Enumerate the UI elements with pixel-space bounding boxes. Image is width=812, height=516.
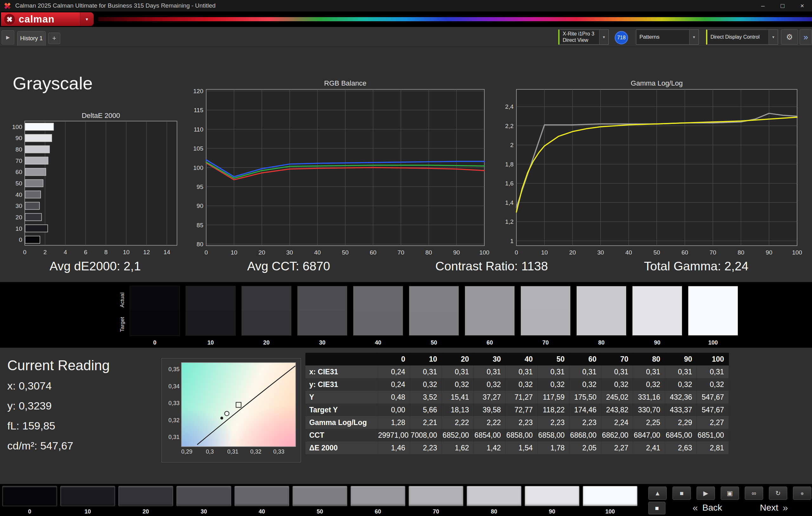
table-row-label: ΔE 2000 (306, 442, 378, 454)
pattern-button-10[interactable] (60, 486, 115, 506)
svg-text:0,32: 0,32 (250, 449, 261, 455)
target-swatch (130, 311, 179, 336)
svg-text:80: 80 (16, 146, 22, 153)
actual-swatch (409, 286, 459, 311)
grayscale-swatch-20 (242, 286, 291, 335)
pattern-button-0[interactable] (2, 486, 57, 506)
calman-logo-text: calman (19, 13, 80, 25)
pattern-button-90[interactable] (525, 486, 580, 506)
meter-select-dropdown[interactable]: X-Rite i1Pro 3 Direct View ▼ (558, 29, 609, 45)
table-cell: 3,52 (410, 391, 442, 403)
table-cell: 0,31 (697, 365, 729, 378)
table-column-header: 20 (442, 353, 474, 365)
pattern-window-button[interactable]: ▣ (721, 487, 739, 500)
next-button[interactable]: Next » (742, 501, 806, 514)
patterns-dropdown[interactable]: Patterns ▼ (636, 29, 699, 45)
rgb-balance-line-chart: RGB Balance80859095100105110115120010203… (190, 80, 495, 261)
meter-count-badge[interactable]: 718 (615, 31, 628, 44)
pattern-button-70[interactable] (409, 486, 463, 506)
pattern-button-50[interactable] (292, 486, 347, 506)
add-tab-button[interactable]: + (48, 33, 60, 44)
collapse-toolbar-button[interactable]: » (800, 29, 812, 45)
table-row-label: Gamma Log/Log (306, 416, 378, 429)
target-swatch (577, 311, 626, 336)
svg-text:2: 2 (510, 142, 514, 148)
stop-button[interactable]: ■ (672, 487, 691, 500)
swatch-level-label: 30 (297, 339, 347, 346)
svg-text:DeltaE 2000: DeltaE 2000 (82, 112, 120, 120)
swatch-cell-50: 50 (409, 286, 459, 346)
svg-text:80: 80 (737, 249, 744, 256)
table-cell: 1,28 (378, 416, 410, 429)
table-cell: 0,24 (378, 365, 410, 378)
table-cell: 2,63 (665, 442, 697, 454)
svg-text:0: 0 (205, 249, 208, 256)
svg-text:40: 40 (314, 249, 321, 256)
continuous-measure-button[interactable]: ∞ (745, 487, 763, 500)
pattern-button-100[interactable] (583, 486, 638, 506)
pattern-cell-100: 100 (583, 486, 638, 515)
cie-chromaticity-chart: 0,310,320,330,340,350,290,30,310,320,33 (162, 359, 301, 462)
swatch-level-label: 20 (242, 339, 291, 346)
pattern-cell-0: 0 (2, 486, 57, 515)
table-cell: 2,05 (569, 442, 601, 454)
expand-panel-button[interactable]: ▶ (2, 30, 14, 44)
table-cell: 0,31 (474, 365, 506, 378)
svg-text:60: 60 (16, 169, 22, 175)
svg-text:RGB Balance: RGB Balance (324, 80, 366, 87)
play-button[interactable]: ▶ (697, 487, 715, 500)
table-row-label: Y (306, 391, 378, 403)
grayscale-swatch-30 (297, 286, 347, 335)
target-swatch (465, 311, 515, 336)
target-swatch (409, 311, 459, 336)
calman-menu-button[interactable]: calman ▼ (1, 12, 93, 26)
maximize-button[interactable]: □ (773, 0, 792, 11)
svg-text:0,35: 0,35 (168, 366, 179, 372)
actual-swatch (688, 286, 738, 311)
back-button[interactable]: « Back (676, 501, 739, 514)
svg-text:70: 70 (16, 157, 22, 164)
patterns-dropdown-chevron[interactable]: ▼ (689, 30, 698, 44)
refresh-button[interactable]: ↻ (769, 487, 787, 500)
page-title: Grayscale (13, 73, 93, 93)
actual-swatch (465, 286, 515, 311)
svg-text:1,4: 1,4 (505, 200, 514, 206)
settings-button[interactable]: ⚙ (781, 29, 798, 45)
pattern-button-30[interactable] (176, 486, 231, 506)
table-cell: 1,54 (505, 442, 538, 454)
swatch-level-label: 0 (130, 339, 179, 346)
table-cell: 174,46 (569, 403, 601, 416)
calman-app-icon (4, 2, 11, 9)
target-row-label: Target (119, 312, 125, 336)
svg-text:40: 40 (625, 249, 632, 256)
minimize-button[interactable]: – (753, 0, 773, 11)
pattern-button-40[interactable] (234, 486, 289, 506)
close-button[interactable]: × (792, 0, 812, 11)
table-cell: 1,78 (538, 442, 570, 454)
svg-text:10: 10 (123, 249, 129, 255)
pattern-button-60[interactable] (350, 486, 405, 506)
tab-history-1[interactable]: History 1 (17, 31, 46, 45)
display-control-chevron[interactable]: ▼ (768, 30, 778, 44)
meter-dropdown-chevron[interactable]: ▼ (599, 30, 608, 44)
record-indicator[interactable]: ● (793, 487, 811, 500)
display-control-dropdown[interactable]: Direct Display Control ▼ (706, 29, 778, 45)
pattern-button-20[interactable] (118, 486, 173, 506)
pattern-preview-button[interactable]: ■ (648, 502, 665, 514)
table-column-header: 30 (474, 353, 506, 365)
table-cell: 18,13 (442, 403, 474, 416)
eject-button[interactable]: ▲ (648, 487, 667, 500)
pattern-label: 30 (176, 508, 231, 515)
table-cell: 0,48 (378, 391, 410, 403)
table-cell: 0,32 (410, 378, 442, 391)
svg-text:20: 20 (569, 249, 576, 256)
swatch-cell-100: 100 (688, 286, 738, 346)
svg-text:2,4: 2,4 (505, 103, 514, 110)
swatch-cell-20: 20 (242, 286, 291, 346)
table-cell: 2,23 (505, 416, 538, 429)
svg-text:100: 100 (792, 249, 802, 256)
table-cell: 0,31 (665, 365, 697, 378)
calman-menu-chevron[interactable]: ▼ (80, 12, 93, 26)
table-cell: 0,31 (569, 365, 601, 378)
pattern-button-80[interactable] (467, 486, 521, 506)
